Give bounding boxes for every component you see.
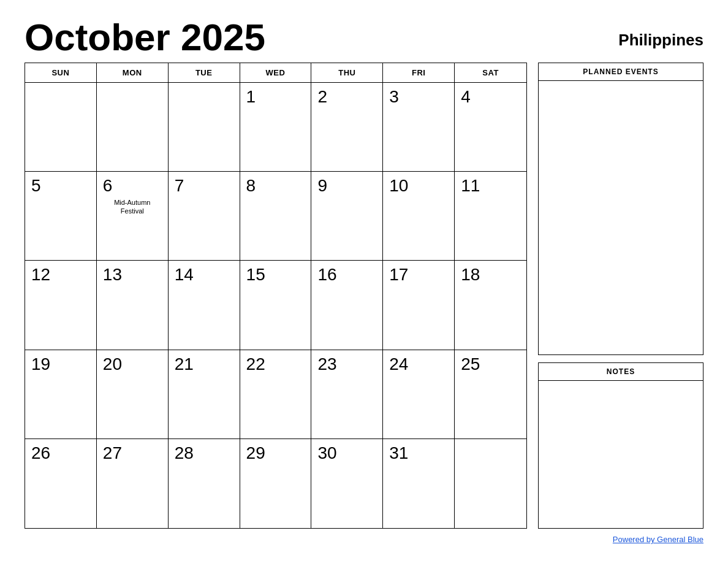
day-number: 15 [246,266,305,285]
day-number: 13 [103,266,162,285]
day-number: 9 [317,177,376,196]
day-number: 2 [317,88,376,107]
footer: Powered by General Blue [25,534,703,545]
planned-events-body [539,81,703,354]
day-cell-6: 6Mid-Autumn Festival [97,172,169,261]
day-cell-empty [97,83,169,172]
day-cell-27: 27 [97,439,169,528]
day-cell-25: 25 [455,350,526,439]
day-number: 24 [389,355,448,374]
day-cell-12: 12 [25,261,97,350]
day-cell-20: 20 [97,350,169,439]
day-cell-9: 9 [311,172,383,261]
day-number: 6 [103,177,162,196]
day-number: 1 [246,88,305,107]
day-cell-4: 4 [455,83,526,172]
day-cell-18: 18 [455,261,526,350]
planned-events-box: PLANNED EVENTS [538,63,703,355]
day-cell-10: 10 [383,172,455,261]
planned-events-header: PLANNED EVENTS [539,63,703,81]
day-cell-empty [169,83,240,172]
notes-box: NOTES [538,362,703,529]
day-number: 16 [317,266,376,285]
day-number: 3 [389,88,448,107]
day-cell-1: 1 [240,83,312,172]
day-number: 29 [246,444,305,463]
powered-by-link[interactable]: Powered by General Blue [613,535,703,544]
day-cell-29: 29 [240,439,312,528]
day-cell-22: 22 [240,350,312,439]
day-header-thu: THU [311,63,383,82]
event-label: Mid-Autumn Festival [103,198,162,216]
notes-body [539,381,703,528]
day-cell-3: 3 [383,83,455,172]
day-cell-8: 8 [240,172,312,261]
day-number: 18 [461,266,520,285]
day-number: 22 [246,355,305,374]
country-title: Philippines [618,18,703,50]
day-cell-17: 17 [383,261,455,350]
day-cell-2: 2 [311,83,383,172]
day-header-wed: WED [240,63,312,82]
day-number: 31 [389,444,448,463]
day-number: 4 [461,88,520,107]
day-cell-15: 15 [240,261,312,350]
day-cell-19: 19 [25,350,97,439]
day-header-sat: SAT [455,63,526,82]
day-cell-31: 31 [383,439,455,528]
day-number: 7 [175,177,233,196]
day-cell-16: 16 [311,261,383,350]
day-cell-28: 28 [169,439,240,528]
day-number: 19 [31,355,90,374]
day-cell-11: 11 [455,172,526,261]
notes-header: NOTES [539,363,703,381]
side-section: PLANNED EVENTS NOTES [538,63,703,529]
day-number: 23 [317,355,376,374]
day-cell-7: 7 [169,172,240,261]
month-title: October 2025 [25,18,265,56]
day-number: 26 [31,444,90,463]
day-number: 8 [246,177,305,196]
day-number: 28 [175,444,233,463]
day-cell-14: 14 [169,261,240,350]
day-cell-21: 21 [169,350,240,439]
main-layout: SUNMONTUEWEDTHUFRISAT 123456Mid-Autumn F… [25,63,703,529]
calendar-section: SUNMONTUEWEDTHUFRISAT 123456Mid-Autumn F… [25,63,527,529]
day-number: 27 [103,444,162,463]
day-number: 17 [389,266,448,285]
day-number: 25 [461,355,520,374]
day-number: 12 [31,266,90,285]
day-cell-30: 30 [311,439,383,528]
day-number: 20 [103,355,162,374]
day-number: 30 [317,444,376,463]
day-cell-24: 24 [383,350,455,439]
day-number: 10 [389,177,448,196]
day-header-sun: SUN [25,63,97,82]
day-number: 14 [175,266,233,285]
day-headers: SUNMONTUEWEDTHUFRISAT [25,63,526,83]
day-cell-13: 13 [97,261,169,350]
day-number: 11 [461,177,520,196]
day-header-tue: TUE [169,63,240,82]
day-cell-26: 26 [25,439,97,528]
day-number: 21 [175,355,233,374]
calendar-grid: 123456Mid-Autumn Festival789101112131415… [25,83,526,528]
day-header-mon: MON [97,63,169,82]
day-number: 5 [31,177,90,196]
day-cell-empty [25,83,97,172]
day-cell-5: 5 [25,172,97,261]
day-cell-23: 23 [311,350,383,439]
day-header-fri: FRI [383,63,455,82]
day-cell-empty [455,439,526,528]
page-header: October 2025 Philippines [25,18,703,56]
